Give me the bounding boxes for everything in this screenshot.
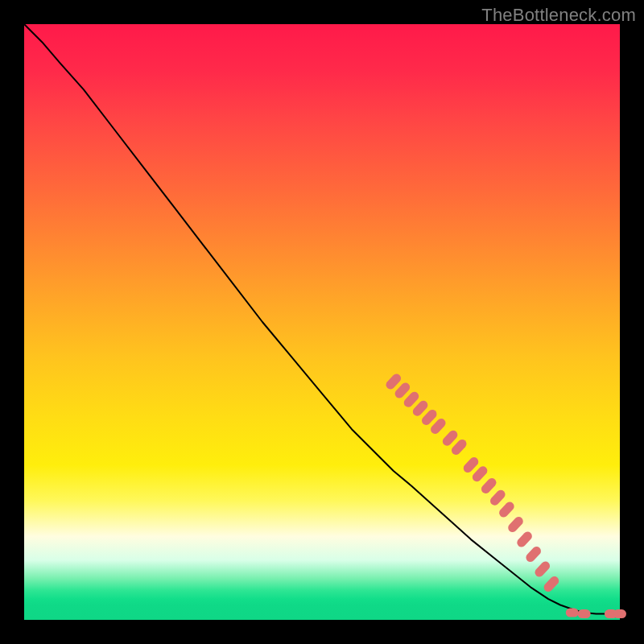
curve-line: [24, 24, 620, 614]
data-marker: [524, 545, 543, 564]
data-marker: [489, 489, 507, 508]
data-marker: [566, 609, 579, 617]
data-marker: [542, 575, 560, 594]
chart-svg: [24, 24, 620, 620]
markers-group: [384, 372, 626, 618]
plot-area: [24, 24, 620, 620]
data-marker: [480, 477, 498, 496]
data-marker: [515, 530, 534, 549]
data-marker: [578, 609, 591, 618]
data-marker: [506, 515, 525, 535]
data-marker: [497, 500, 516, 519]
data-marker: [533, 559, 551, 579]
chart-frame: TheBottleneck.com: [0, 0, 644, 644]
data-marker: [613, 609, 626, 618]
watermark-label: TheBottleneck.com: [481, 5, 636, 26]
